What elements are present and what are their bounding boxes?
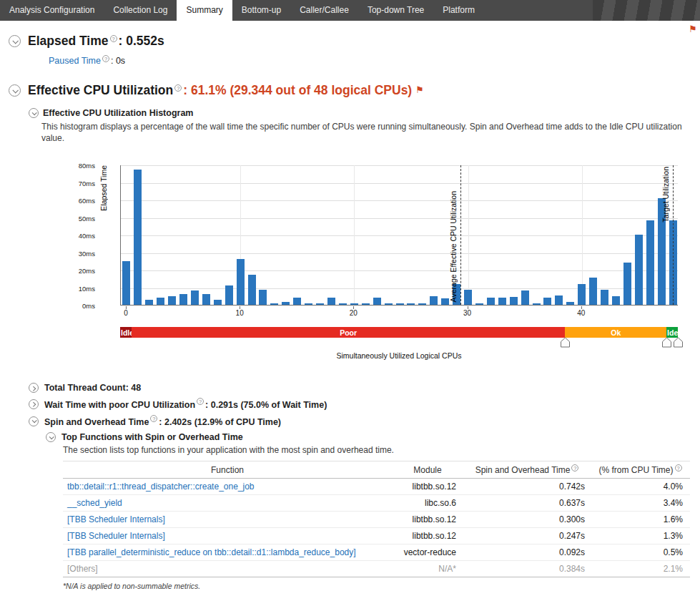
tab-bar-decoration	[593, 0, 700, 21]
spin-time-cell: 0.637s	[463, 495, 592, 512]
function-link[interactable]: __sched_yield	[67, 498, 122, 508]
utilization-threshold-slider[interactable]	[674, 337, 683, 349]
help-icon[interactable]	[102, 55, 109, 62]
spin-time-cell: 0.092s	[463, 544, 592, 561]
metric-total-thread-count: Total Thread Count: 48	[29, 383, 700, 393]
tab-collection-log[interactable]: Collection Log	[104, 0, 177, 21]
column-header-pct-cpu-time: (% from CPU Time)	[592, 461, 690, 479]
paused-time-row: Paused Time: 0s	[49, 55, 700, 66]
help-icon[interactable]	[150, 415, 157, 422]
utilization-band-idle: Idle	[120, 327, 132, 338]
top-functions-description: The section lists top functions in your …	[63, 445, 700, 455]
histogram-bar	[248, 275, 256, 305]
module-cell: libtbb.so.12	[392, 528, 463, 544]
annotation-line	[460, 165, 461, 305]
collapse-icon-elapsed-time[interactable]	[9, 35, 21, 47]
tab-summary[interactable]: Summary	[177, 0, 232, 21]
collapse-icon-top-functions[interactable]	[46, 432, 56, 442]
tab-analysis-configuration[interactable]: Analysis Configuration	[0, 0, 104, 21]
tab-caller-callee[interactable]: Caller/Callee	[290, 0, 358, 21]
histogram-bar	[510, 297, 518, 305]
utilization-threshold-slider[interactable]	[561, 337, 570, 349]
elapsed-time-value: : 0.552s	[119, 34, 164, 48]
table-row: [TBB Scheduler Internals]libtbb.so.120.2…	[63, 528, 690, 544]
function-cell: tbb::detail::r1::thread_dispatcher::crea…	[63, 479, 392, 495]
collapse-icon-wait-time[interactable]	[29, 399, 39, 409]
histogram-bar	[282, 302, 290, 305]
help-icon[interactable]	[110, 35, 117, 42]
histogram-bar	[305, 303, 312, 305]
x-axis-label: Simultaneously Utilized Logical CPUs	[120, 351, 678, 360]
cpu-utilization-heading: Effective CPU Utilization: 61.1% (29.344…	[28, 83, 424, 98]
function-cell: [TBB Scheduler Internals]	[63, 528, 392, 544]
function-link[interactable]: tbb::detail::r1::thread_dispatcher::crea…	[67, 482, 255, 492]
spin-time-cell: 0.742s	[463, 479, 592, 495]
collapse-icon-spin-overhead[interactable]	[29, 416, 39, 426]
cpu-utilization-title: Effective CPU Utilization	[28, 83, 173, 97]
histogram-bar	[555, 295, 563, 305]
elapsed-time-section: Elapsed Time: 0.552s Paused Time: 0s	[0, 34, 700, 66]
table-row: __sched_yieldlibc.so.60.637s3.4%	[63, 495, 690, 512]
histogram-bar	[214, 300, 222, 305]
tab-top-down-tree[interactable]: Top-down Tree	[358, 0, 433, 21]
histogram-bar	[191, 290, 199, 305]
function-link[interactable]: [TBB Scheduler Internals]	[67, 514, 165, 524]
help-icon[interactable]	[571, 464, 578, 471]
tab-bottom-up[interactable]: Bottom-up	[232, 0, 290, 21]
histogram-bar	[179, 294, 187, 305]
annotation-line	[673, 165, 674, 305]
top-functions-header: Top Functions with Spin or Overhead Time	[46, 432, 700, 442]
help-icon[interactable]	[197, 398, 204, 405]
table-footnote: *N/A is applied to non-summable metrics.	[63, 582, 700, 590]
collapse-icon-histogram[interactable]	[29, 108, 39, 118]
y-axis-label: Elapsed Time	[99, 165, 108, 211]
histogram-bar	[134, 170, 142, 305]
metric-label: Wait Time with poor CPU Utilization: 0.2…	[44, 398, 327, 410]
metric-wait-time: Wait Time with poor CPU Utilization: 0.2…	[29, 398, 700, 410]
metric-value: : 48	[126, 383, 142, 393]
histogram-bar	[270, 303, 278, 305]
function-link[interactable]: [TBB Scheduler Internals]	[67, 531, 165, 541]
pct-cpu-cell: 2.1%	[592, 561, 690, 577]
histogram-bar	[521, 290, 529, 305]
function-cell: [TBB Scheduler Internals]	[63, 512, 392, 528]
paused-time-link[interactable]: Paused Time	[49, 56, 101, 66]
function-cell: __sched_yield	[63, 495, 392, 512]
flagged-issue-marker: ⚑	[689, 24, 697, 34]
histogram-bar	[646, 220, 654, 305]
metric-value: : 2.402s (12.9% of CPU Time)	[159, 417, 281, 427]
histogram-bar	[475, 303, 483, 305]
histogram-bar	[407, 303, 415, 305]
histogram-bar	[362, 303, 370, 305]
collapse-icon-total-thread-count[interactable]	[29, 383, 39, 393]
metric-value: : 0.291s (75.0% of Wait Time)	[205, 400, 327, 410]
pct-cpu-cell: 1.3%	[592, 528, 690, 544]
spin-time-cell: 0.300s	[463, 512, 592, 528]
histogram-bar	[237, 259, 245, 305]
module-cell: vector-reduce	[392, 544, 463, 561]
histogram-title: Effective CPU Utilization Histogram	[43, 108, 193, 118]
utilization-threshold-slider[interactable]	[662, 337, 671, 349]
top-functions-title: Top Functions with Spin or Overhead Time	[61, 432, 243, 442]
histogram-bar	[385, 303, 393, 305]
spin-time-cell: 0.247s	[463, 528, 592, 544]
utilization-band-ok: Ok	[565, 327, 666, 338]
help-icon[interactable]	[675, 464, 682, 471]
pct-cpu-cell: 1.6%	[592, 512, 690, 528]
help-icon[interactable]	[174, 84, 182, 92]
histogram-bar	[578, 284, 586, 305]
histogram-bar	[259, 290, 267, 305]
tab-bar: Analysis ConfigurationCollection LogSumm…	[0, 0, 700, 21]
function-link[interactable]: [TBB parallel_deterministic_reduce on tb…	[67, 547, 356, 557]
histogram-bar	[350, 303, 358, 305]
utilization-band-poor: Poor	[132, 327, 565, 338]
histogram-bar	[145, 300, 153, 305]
histogram-bar	[635, 235, 643, 305]
paused-time-value: : 0s	[111, 56, 125, 66]
tab-platform[interactable]: Platform	[433, 0, 484, 21]
histogram-bar	[612, 296, 620, 305]
metric-label: Spin and Overhead Time: 2.402s (12.9% of…	[44, 415, 281, 427]
module-cell: N/A*	[392, 561, 463, 577]
histogram-bar	[601, 290, 608, 305]
collapse-icon-cpu-utilization[interactable]	[9, 84, 21, 97]
